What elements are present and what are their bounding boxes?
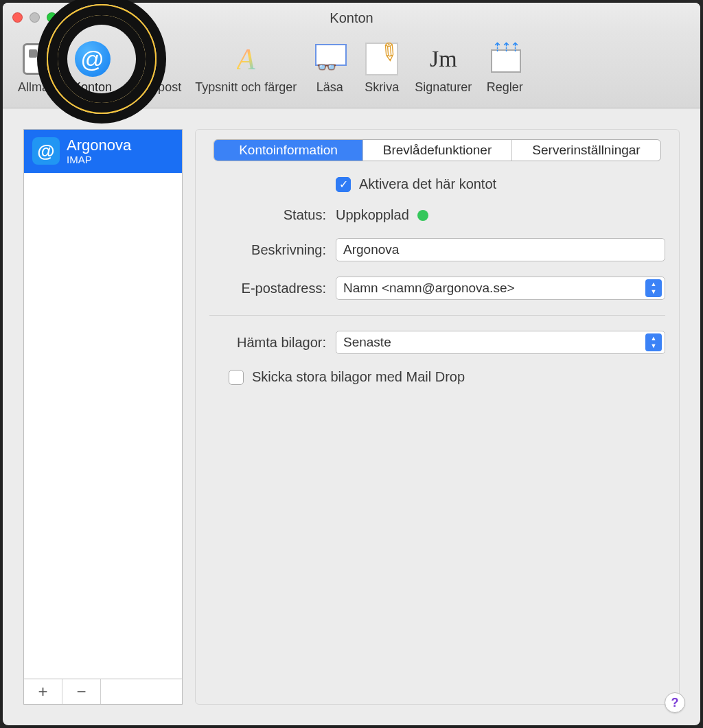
window-controls — [12, 12, 57, 23]
preferences-toolbar: Allmänt @ Konton Skräppost A Typsnitt oc… — [3, 33, 700, 108]
accounts-list-footer: + − — [23, 679, 183, 705]
accounts-icon: @ — [73, 40, 112, 78]
maildrop-label: Skicka stora bilagor med Mail Drop — [252, 369, 465, 385]
enable-account-label: Aktivera det här kontot — [359, 176, 496, 192]
minimize-window-button[interactable] — [30, 12, 40, 23]
toolbar-label: Allmänt — [18, 80, 59, 95]
junk-icon — [135, 40, 173, 78]
toolbar-item-accounts[interactable]: @ Konton — [70, 38, 115, 96]
at-icon: @ — [32, 137, 60, 165]
toolbar-item-viewing[interactable]: Läsa — [308, 38, 352, 96]
toolbar-label: Skriva — [365, 80, 399, 95]
toolbar-label: Läsa — [316, 80, 343, 95]
content-area: @ Argonova IMAP + − Kontoinformation Bre… — [3, 108, 700, 725]
help-button[interactable]: ? — [665, 692, 685, 713]
updown-icon: ▲▼ — [645, 333, 662, 351]
rules-icon — [485, 40, 524, 78]
tab-server-settings[interactable]: Serverinställningar — [512, 140, 660, 161]
maildrop-checkbox[interactable] — [229, 370, 244, 385]
toolbar-item-fonts[interactable]: A Typsnitt och färger — [192, 38, 299, 96]
toolbar-item-rules[interactable]: Regler — [483, 38, 527, 96]
toolbar-item-general[interactable]: Allmänt — [15, 38, 62, 96]
status-label: Status: — [209, 207, 326, 223]
status-indicator-icon — [417, 210, 428, 221]
email-label: E-postadress: — [209, 281, 326, 296]
email-address-popup[interactable]: Namn <namn@argonova.se> ▲▼ — [336, 277, 665, 300]
signatures-icon: Jm — [424, 40, 463, 78]
updown-icon: ▲▼ — [645, 279, 662, 297]
attachments-label: Hämta bilagor: — [209, 335, 326, 351]
tab-mailbox-behaviors[interactable]: Brevlådefunktioner — [363, 140, 512, 161]
accounts-list[interactable]: @ Argonova IMAP — [23, 129, 183, 679]
account-tabs: Kontoinformation Brevlådefunktioner Serv… — [214, 139, 661, 161]
composing-icon — [362, 40, 401, 78]
remove-account-button[interactable]: − — [62, 679, 101, 704]
toolbar-label: Skräppost — [126, 80, 181, 95]
footer-spacer — [101, 679, 182, 704]
toolbar-label: Konton — [73, 80, 112, 95]
fonts-icon: A — [227, 40, 265, 78]
toolbar-label: Regler — [487, 80, 523, 95]
description-input[interactable] — [336, 238, 665, 261]
account-row[interactable]: @ Argonova IMAP — [24, 130, 182, 173]
account-texts: Argonova IMAP — [67, 137, 131, 166]
email-address-value: Namn <namn@argonova.se> — [343, 281, 645, 296]
description-label: Beskrivning: — [209, 242, 326, 258]
download-attachments-value: Senaste — [343, 335, 645, 350]
preferences-window: Konton Allmänt @ Konton Skräppost A Typs… — [3, 3, 700, 725]
settings-pane: Kontoinformation Brevlådefunktioner Serv… — [195, 129, 680, 705]
toolbar-label: Signaturer — [415, 80, 472, 95]
account-form: ✓ Aktivera det här kontot Status: Uppkop… — [209, 176, 665, 385]
tab-account-info[interactable]: Kontoinformation — [214, 140, 363, 161]
general-icon — [19, 40, 58, 78]
viewing-icon — [310, 40, 349, 78]
accounts-sidebar: @ Argonova IMAP + − — [23, 129, 183, 705]
toolbar-item-signatures[interactable]: Jm Signaturer — [412, 38, 474, 96]
zoom-window-button[interactable] — [47, 12, 57, 23]
status-value: Uppkopplad — [336, 207, 409, 223]
close-window-button[interactable] — [12, 12, 23, 23]
account-type: IMAP — [67, 154, 131, 165]
download-attachments-popup[interactable]: Senaste ▲▼ — [336, 331, 665, 354]
add-account-button[interactable]: + — [24, 679, 62, 704]
window-title: Konton — [3, 10, 700, 26]
account-name: Argonova — [67, 137, 131, 154]
enable-account-checkbox[interactable]: ✓ — [336, 177, 351, 192]
toolbar-label: Typsnitt och färger — [195, 80, 297, 95]
divider — [209, 315, 665, 316]
toolbar-item-composing[interactable]: Skriva — [360, 38, 404, 96]
titlebar: Konton — [3, 3, 700, 33]
toolbar-item-junk[interactable]: Skräppost — [123, 38, 184, 96]
